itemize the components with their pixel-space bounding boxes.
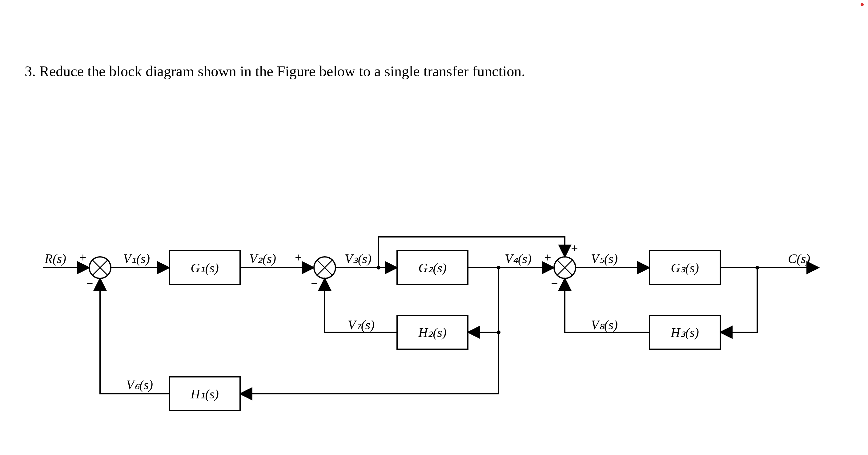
- svg-point-16: [377, 266, 380, 269]
- question-number: 3.: [25, 63, 36, 79]
- sign-plus-2: +: [295, 251, 302, 264]
- label-h2: H₂(s): [418, 325, 446, 340]
- question-body: Reduce the block diagram shown in the Fi…: [39, 63, 525, 79]
- label-h3: H₃(s): [671, 325, 699, 340]
- label-v3: V₃(s): [345, 252, 372, 266]
- sign-plus-3b: +: [544, 251, 551, 264]
- label-v4: V₄(s): [505, 252, 532, 266]
- sign-minus-1: −: [86, 277, 93, 290]
- label-h1: H₁(s): [190, 387, 219, 401]
- marker-dot: [861, 3, 864, 6]
- label-v7: V₇(s): [348, 318, 375, 332]
- label-v1: V₁(s): [123, 252, 150, 266]
- label-v2: V₂(s): [249, 252, 276, 266]
- summing-junction-2: [314, 257, 336, 279]
- label-r: R(s): [44, 252, 66, 266]
- summing-junction-1: [89, 257, 111, 279]
- label-g3: G₃(s): [671, 261, 699, 275]
- sign-plus-3a: +: [571, 241, 578, 255]
- label-g1: G₁(s): [190, 261, 219, 275]
- svg-point-17: [497, 266, 500, 269]
- label-c: C(s): [788, 252, 810, 266]
- question-text: 3. Reduce the block diagram shown in the…: [25, 62, 825, 82]
- sign-minus-3: −: [551, 277, 558, 290]
- svg-point-18: [497, 330, 500, 334]
- summing-junction-3: [554, 257, 576, 279]
- label-g2: G₂(s): [418, 261, 446, 275]
- label-v6: V₆(s): [126, 378, 153, 392]
- svg-point-19: [755, 266, 759, 269]
- label-v8: V₈(s): [591, 318, 618, 332]
- label-v5: V₅(s): [591, 252, 618, 266]
- block-diagram: G₁(s) G₂(s) G₃(s) H₁(s) H₂(s) H₃(s) R(s)…: [37, 234, 831, 428]
- sign-minus-2: −: [311, 277, 318, 290]
- sign-plus-1: +: [80, 251, 87, 264]
